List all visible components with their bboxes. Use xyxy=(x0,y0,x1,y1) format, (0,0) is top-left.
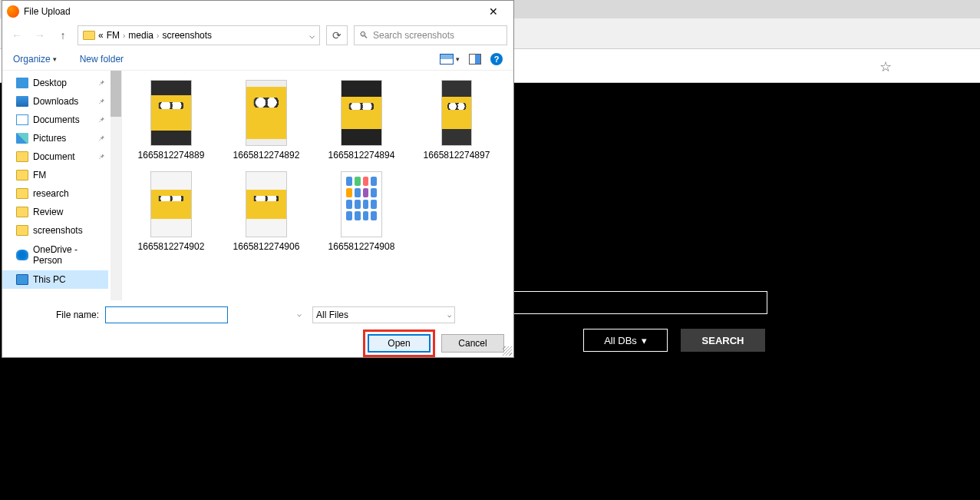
sidebar-item-label: Documents xyxy=(33,114,80,125)
file-item[interactable]: 1665812274897 xyxy=(417,77,497,164)
sidebar-item-fm[interactable]: FM xyxy=(2,166,108,184)
dialog-body: Desktop📌︎Downloads📌︎Documents📌︎Pictures📌… xyxy=(2,70,513,300)
dialog-titlebar: File Upload ✕ xyxy=(2,1,513,22)
desktop-icon xyxy=(16,78,28,88)
scrollbar-track[interactable] xyxy=(111,71,121,300)
pin-icon: 📌︎ xyxy=(98,153,105,161)
sidebar-item-document[interactable]: Document📌︎ xyxy=(2,147,108,166)
sidebar-item-label: screenshots xyxy=(33,225,83,236)
file-name-label: 1665812274889 xyxy=(138,150,205,161)
search-input[interactable]: 🔍︎ Search screenshots xyxy=(354,25,507,45)
file-name-input[interactable] xyxy=(105,306,228,323)
address-breadcrumb[interactable]: « FM › media › screenshots ⌵ xyxy=(78,25,320,45)
chevron-down-icon: ▾ xyxy=(456,55,460,63)
breadcrumb-part[interactable]: media xyxy=(128,30,153,41)
resize-grip[interactable] xyxy=(503,346,512,356)
cancel-button[interactable]: Cancel xyxy=(441,334,504,353)
new-folder-button[interactable]: New folder xyxy=(80,54,124,65)
scrollbar-thumb[interactable] xyxy=(111,71,121,117)
onedrive-icon xyxy=(16,250,28,260)
chevron-down-icon[interactable]: ⌵ xyxy=(297,310,302,318)
pin-icon: 📌︎ xyxy=(98,98,105,105)
close-button[interactable]: ✕ xyxy=(478,1,509,22)
file-thumbnail xyxy=(341,171,382,237)
firefox-icon xyxy=(7,5,19,18)
chevron-down-icon: ⌵ xyxy=(447,311,451,319)
chevron-right-icon: › xyxy=(157,31,159,40)
breadcrumb-root: « xyxy=(98,30,104,41)
pin-icon: 📌︎ xyxy=(98,116,105,124)
file-name-label: 1665812274897 xyxy=(424,150,490,161)
sidebar-item-review[interactable]: Review xyxy=(2,203,108,221)
sidebar-item-pictures[interactable]: Pictures📌︎ xyxy=(2,129,108,147)
sidebar-item-label: Document xyxy=(33,151,75,162)
sidebar-item-downloads[interactable]: Downloads📌︎ xyxy=(2,92,108,111)
file-item[interactable]: 1665812274892 xyxy=(226,77,306,164)
file-item[interactable]: 1665812274889 xyxy=(131,77,211,164)
refresh-button[interactable]: ⟳ xyxy=(326,25,348,45)
dialog-nav-row: ← → ↑ « FM › media › screenshots ⌵ ⟳ 🔍︎ … xyxy=(2,22,513,48)
file-type-filter-label: All Files xyxy=(316,310,348,320)
organize-button[interactable]: Organize ▾ xyxy=(13,54,57,65)
sidebar-item-label: research xyxy=(33,188,69,199)
search-button[interactable]: SEARCH xyxy=(681,329,765,352)
database-select-label: All DBs xyxy=(604,335,637,346)
file-thumbnail xyxy=(246,171,287,237)
search-icon: 🔍︎ xyxy=(359,30,368,41)
file-name-label: 1665812274892 xyxy=(233,150,300,161)
sidebar-item-screenshots[interactable]: screenshots xyxy=(2,221,108,240)
view-mode-button[interactable]: ▾ xyxy=(440,54,460,65)
pin-icon: 📌︎ xyxy=(98,79,105,87)
sidebar-item-label: Review xyxy=(33,207,63,217)
folder-icon xyxy=(16,170,28,180)
file-name-label: 1665812274908 xyxy=(328,241,395,252)
pics-icon xyxy=(16,133,28,144)
file-thumbnail xyxy=(441,80,472,146)
folder-icon xyxy=(16,188,28,199)
dialog-title: File Upload xyxy=(24,6,71,17)
breadcrumb-part[interactable]: screenshots xyxy=(162,30,212,41)
preview-pane-button[interactable] xyxy=(469,54,481,65)
file-item[interactable]: 1665812274908 xyxy=(322,168,401,255)
sidebar-item-label: This PC xyxy=(33,274,66,285)
help-button[interactable]: ? xyxy=(490,53,503,65)
sidebar-item-onedrive-person[interactable]: OneDrive - Person xyxy=(2,246,108,264)
file-type-filter[interactable]: All Files ⌵ xyxy=(312,306,455,323)
file-list: 1665812274889166581227489216658122748941… xyxy=(122,71,513,300)
database-select-button[interactable]: All DBs ▾ xyxy=(583,329,668,352)
view-thumbnails-icon xyxy=(440,54,454,65)
file-name-label: 1665812274906 xyxy=(233,241,300,252)
dialog-footer: File name: ⌵ All Files ⌵ Open Cancel xyxy=(2,300,513,366)
chevron-down-icon: ▾ xyxy=(642,335,647,346)
nav-forward-button[interactable]: → xyxy=(31,27,48,44)
sidebar-item-desktop[interactable]: Desktop📌︎ xyxy=(2,74,108,92)
folder-icon xyxy=(83,31,95,40)
open-button-highlight: Open xyxy=(363,329,435,357)
file-thumbnail xyxy=(341,80,382,146)
file-thumbnail xyxy=(150,80,192,146)
sidebar-item-label: Desktop xyxy=(33,78,67,88)
docs-icon xyxy=(16,114,28,125)
downloads-icon xyxy=(16,96,28,107)
file-thumbnail xyxy=(150,171,192,237)
preview-pane-icon xyxy=(469,54,481,65)
breadcrumb-part[interactable]: FM xyxy=(107,30,120,41)
sidebar-item-documents[interactable]: Documents📌︎ xyxy=(2,111,108,129)
thispc-icon xyxy=(16,274,28,285)
nav-up-button[interactable]: ↑ xyxy=(54,27,71,44)
file-name-label: 1665812274902 xyxy=(138,241,205,252)
file-item[interactable]: 1665812274906 xyxy=(226,168,306,255)
chevron-down-icon[interactable]: ⌵ xyxy=(309,30,315,41)
open-button[interactable]: Open xyxy=(368,334,431,353)
sidebar-item-label: Pictures xyxy=(33,133,66,144)
file-name-label: File name: xyxy=(12,310,99,320)
file-item[interactable]: 1665812274894 xyxy=(322,77,401,164)
folder-icon xyxy=(16,207,28,217)
sidebar-item-research[interactable]: research xyxy=(2,184,108,203)
nav-back-button[interactable]: ← xyxy=(8,27,25,44)
sidebar-item-this-pc[interactable]: This PC xyxy=(2,270,108,289)
bookmark-star-icon[interactable]: ☆ xyxy=(879,58,892,75)
file-item[interactable]: 1665812274902 xyxy=(131,168,211,255)
file-upload-dialog: File Upload ✕ ← → ↑ « FM › media › scree… xyxy=(2,0,514,358)
sidebar-item-label: OneDrive - Person xyxy=(33,244,104,266)
